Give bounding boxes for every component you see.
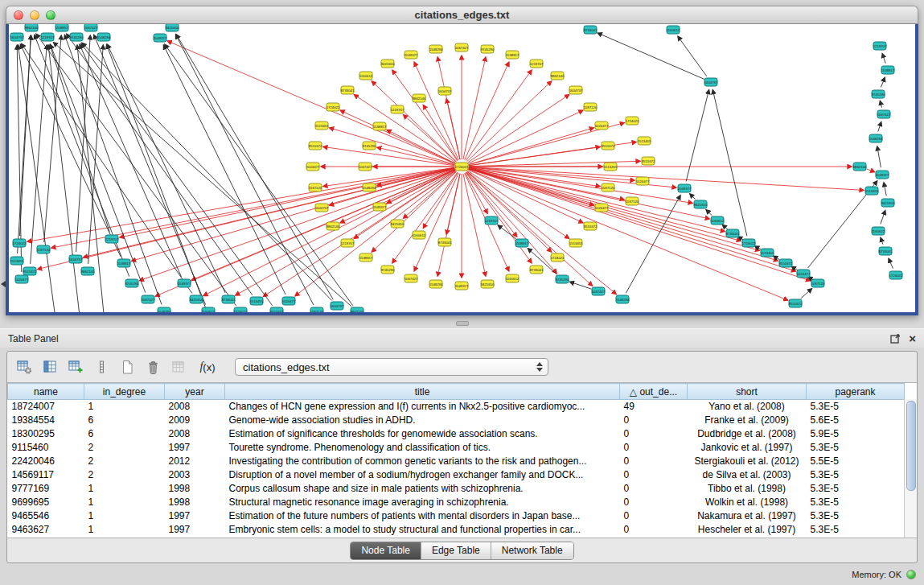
network-node[interactable]: 9551672 bbox=[789, 299, 803, 307]
network-edge[interactable] bbox=[882, 54, 885, 64]
network-edge[interactable] bbox=[877, 146, 881, 167]
network-node[interactable]: 9862140 bbox=[413, 94, 426, 102]
table-cell[interactable]: 5.6E-5 bbox=[807, 414, 905, 427]
network-node[interactable]: 1160612 bbox=[872, 227, 885, 235]
network-node[interactable]: 9551672 bbox=[309, 142, 322, 150]
table-cell[interactable]: 2003 bbox=[165, 468, 225, 482]
table-cell[interactable]: Tibbo et al. (1998) bbox=[688, 482, 807, 496]
table-cell[interactable]: Wolkin et al. (1998) bbox=[688, 496, 807, 509]
column-header-name[interactable]: name bbox=[8, 384, 84, 400]
table-cell[interactable]: Changes of HCN gene expression and I(f) … bbox=[225, 400, 620, 414]
create-column-button[interactable] bbox=[65, 357, 87, 377]
network-edge[interactable] bbox=[468, 110, 583, 163]
network-edge[interactable] bbox=[263, 171, 455, 297]
network-node[interactable]: 1187120 bbox=[626, 197, 639, 205]
network-edge[interactable] bbox=[17, 45, 22, 272]
network-edge[interactable] bbox=[889, 258, 893, 269]
network-edge[interactable] bbox=[881, 211, 885, 225]
network-node[interactable]: 1538817 bbox=[373, 122, 387, 130]
network-edge[interactable] bbox=[598, 33, 704, 79]
table-mode-button[interactable] bbox=[14, 357, 35, 377]
network-node[interactable]: 1513455 bbox=[569, 239, 583, 247]
scrollbar-thumb[interactable] bbox=[906, 401, 916, 491]
network-node[interactable]: 1187120 bbox=[309, 183, 322, 192]
network-node[interactable]: 1604737 bbox=[69, 255, 83, 263]
network-node[interactable]: 8733041 bbox=[879, 247, 893, 255]
network-edge[interactable] bbox=[132, 169, 455, 262]
column-header-title[interactable]: title bbox=[225, 384, 620, 400]
network-node[interactable]: 1187120 bbox=[37, 245, 51, 253]
zoom-window-button[interactable] bbox=[46, 10, 55, 20]
column-header-pagerank[interactable]: pagerank bbox=[807, 384, 905, 400]
network-node[interactable]: 1548294 bbox=[429, 45, 443, 53]
table-row[interactable]: 1830029562008Estimation of significance … bbox=[8, 427, 905, 441]
splitter-handle-icon[interactable] bbox=[456, 321, 469, 326]
network-edge[interactable] bbox=[755, 246, 762, 249]
network-node[interactable]: 1160612 bbox=[413, 231, 426, 239]
column-header-out_de[interactable]: △ out_de... bbox=[620, 384, 688, 400]
network-edge[interactable] bbox=[469, 128, 594, 165]
network-node[interactable]: 1024477 bbox=[636, 177, 650, 185]
table-cell[interactable]: Genome-wide association studies in ADHD. bbox=[225, 414, 620, 427]
network-node[interactable]: 1724022 bbox=[234, 307, 248, 312]
network-node[interactable]: 1604737 bbox=[10, 33, 24, 41]
table-cell[interactable]: 2008 bbox=[165, 400, 225, 414]
network-window-titlebar[interactable]: citations_edges.txt bbox=[6, 6, 918, 24]
network-edge[interactable] bbox=[20, 44, 121, 257]
network-node[interactable]: 8733041 bbox=[584, 26, 598, 34]
network-node[interactable]: 1513455 bbox=[638, 137, 651, 145]
network-node[interactable]: 9862140 bbox=[853, 163, 867, 171]
network-node[interactable]: 2049377 bbox=[405, 51, 418, 59]
table-cell[interactable]: 1 bbox=[84, 523, 165, 537]
table-cell[interactable]: 0 bbox=[620, 427, 688, 441]
table-cell[interactable]: 0 bbox=[620, 496, 688, 509]
network-node[interactable]: 1067427 bbox=[592, 287, 606, 295]
network-edge[interactable] bbox=[446, 174, 460, 234]
network-node[interactable]: 1724022 bbox=[742, 239, 756, 247]
table-cell[interactable]: 1997 bbox=[165, 441, 225, 455]
network-edge[interactable] bbox=[323, 146, 454, 165]
network-edge[interactable] bbox=[713, 90, 747, 237]
new-table-button[interactable] bbox=[117, 357, 138, 377]
table-cell[interactable]: 2 bbox=[84, 441, 165, 455]
table-row[interactable]: 911546021997Tourette syndrome. Phenomeno… bbox=[8, 441, 905, 455]
network-edge[interactable] bbox=[722, 225, 727, 229]
network-edge[interactable] bbox=[774, 256, 780, 259]
network-node[interactable]: 1067427 bbox=[405, 274, 418, 282]
network-edge[interactable] bbox=[878, 122, 881, 132]
network-node[interactable]: 1067427 bbox=[359, 163, 372, 171]
network-node[interactable]: 9745290 bbox=[363, 142, 376, 150]
network-edge[interactable] bbox=[414, 62, 458, 160]
network-edge[interactable] bbox=[163, 45, 285, 295]
network-edge[interactable] bbox=[881, 77, 885, 87]
network-node[interactable]: 9551672 bbox=[602, 142, 615, 150]
network-node[interactable]: 1548294 bbox=[429, 280, 443, 288]
network-edge[interactable] bbox=[120, 168, 454, 237]
network-node[interactable]: 1538817 bbox=[506, 51, 519, 59]
network-node[interactable]: 1067427 bbox=[142, 295, 155, 303]
network-node[interactable]: 9421650 bbox=[694, 200, 708, 208]
network-node[interactable]: 1187120 bbox=[310, 307, 324, 312]
network-edge[interactable] bbox=[54, 43, 352, 307]
network-edge[interactable] bbox=[354, 95, 455, 163]
network-node[interactable]: 1538817 bbox=[881, 66, 895, 74]
network-edge[interactable] bbox=[881, 237, 883, 244]
table-cell[interactable]: 5.3E-5 bbox=[807, 509, 905, 523]
network-edge[interactable] bbox=[139, 169, 454, 281]
network-node[interactable]: 9862140 bbox=[25, 24, 39, 31]
table-cell[interactable]: Hescheler et al. (1997) bbox=[688, 523, 807, 537]
network-node[interactable]: 1187120 bbox=[584, 103, 598, 111]
table-cell[interactable]: Investigating the contribution of common… bbox=[225, 455, 620, 468]
network-node[interactable]: 1219707 bbox=[391, 105, 405, 113]
network-node[interactable]: 1219707 bbox=[873, 42, 887, 50]
network-node[interactable]: 1513455 bbox=[761, 249, 774, 257]
table-row[interactable]: 1872400712008Changes of HCN gene express… bbox=[8, 400, 905, 414]
show-column-button[interactable] bbox=[39, 357, 61, 377]
network-edge[interactable] bbox=[469, 169, 811, 281]
table-cell[interactable]: 2 bbox=[84, 468, 165, 482]
table-cell[interactable]: 0 bbox=[620, 523, 688, 537]
table-cell[interactable]: 5.3E-5 bbox=[807, 468, 905, 482]
table-cell[interactable]: 1 bbox=[84, 400, 165, 414]
network-node[interactable]: 9551672 bbox=[23, 267, 37, 275]
network-node[interactable]: 1548294 bbox=[158, 307, 171, 312]
